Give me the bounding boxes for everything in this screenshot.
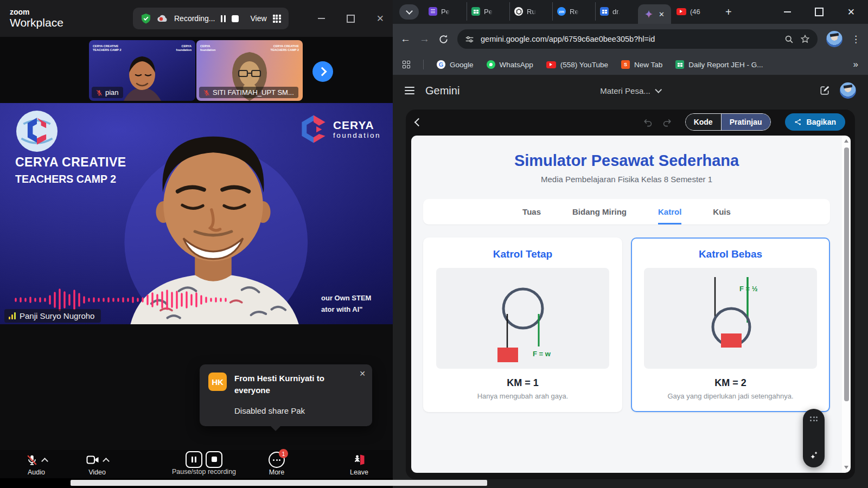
bookmark-google[interactable]: G Google [437, 60, 474, 69]
redo-icon[interactable] [662, 117, 672, 127]
browser-tab-youtube[interactable]: (46 [671, 2, 718, 21]
back-button[interactable]: ← [400, 33, 411, 45]
pause-recording-button[interactable] [186, 451, 202, 468]
taskbar-peek-strip[interactable] [71, 480, 487, 486]
audio-control[interactable]: Audio [13, 453, 60, 476]
zoom-favicon: zm [557, 7, 566, 16]
share-button[interactable]: Bagikan [785, 113, 845, 131]
card-katrol-tetap[interactable]: Katrol Tetap F = w KM = 1 [423, 237, 622, 412]
close-tab-icon[interactable]: ✕ [659, 10, 665, 18]
main-speaker-video[interactable]: CERYA CREATIVE TEACHERS CAMP 2 CERYA fou… [0, 103, 393, 324]
chat-notification[interactable]: ✕ HK From Hesti Kurniyati to everyone Di… [200, 364, 372, 426]
sheets-icon [675, 60, 684, 69]
next-participants-button[interactable] [312, 61, 333, 82]
notification-title: From Hesti Kurniyati to everyone [234, 373, 343, 396]
scroll-down-arrow[interactable] [844, 466, 848, 469]
browser-tab[interactable]: Pe [467, 2, 510, 21]
scroll-up-arrow[interactable] [844, 139, 848, 143]
workplace-logo-text: Workplace [10, 16, 63, 29]
browser-tab[interactable]: zm Re [553, 2, 596, 21]
foundation-sub: foundation [333, 131, 381, 139]
recording-control[interactable]: Pause/stop recording [158, 452, 250, 476]
bookmarks-overflow-icon[interactable]: » [853, 59, 858, 70]
bookmark-whatsapp[interactable]: WhatsApp [487, 60, 533, 69]
menu-hamburger-icon[interactable] [405, 87, 414, 94]
gemini-floating-button[interactable] [803, 409, 825, 467]
event-title: CERYA CREATIVE TEACHERS CAMP 2 [15, 155, 126, 185]
zoom-control-bar: Audio Video Pause/stop recording 1 More [0, 450, 393, 478]
event-title-line1: CERYA CREATIVE [15, 155, 126, 170]
active-tab-gemini[interactable]: ✕ [638, 4, 671, 24]
share-icon [794, 118, 802, 126]
bookmark-newtab[interactable]: S New Tab [621, 60, 662, 69]
address-bar[interactable]: gemini.google.com/app/6759c6ae0bee305b?h… [457, 29, 818, 49]
new-chat-icon[interactable] [819, 85, 830, 96]
security-shield-icon [141, 13, 151, 24]
reload-button[interactable] [438, 34, 449, 44]
participant-video-pian[interactable]: CERYA CREATIVE TEACHERS CAMP 2 CERYA fou… [89, 40, 195, 101]
apps-grid-icon[interactable] [403, 61, 410, 68]
youtube-favicon [676, 8, 686, 15]
leave-control[interactable]: Leave [343, 453, 375, 476]
undo-icon[interactable] [643, 117, 653, 127]
video-options-chevron[interactable] [103, 458, 110, 465]
browser-tab[interactable]: Ru [510, 2, 553, 21]
pause-recording-button[interactable] [221, 15, 226, 22]
view-label[interactable]: View [250, 14, 266, 23]
zoom-logo-text: zoom [10, 8, 63, 16]
site-settings-icon[interactable] [465, 35, 474, 44]
search-icon[interactable] [784, 35, 794, 44]
url-text[interactable]: gemini.google.com/app/6759c6ae0bee305b?h… [481, 35, 778, 43]
bookmark-daily-report[interactable]: Daily Report JEH - G... [675, 60, 763, 69]
cloud-recording-icon [157, 15, 168, 22]
stop-recording-button[interactable] [206, 451, 222, 468]
zoom-close-button[interactable]: ✕ [376, 14, 384, 23]
browser-tab[interactable]: Pe [424, 2, 467, 21]
shopee-icon: S [621, 60, 630, 69]
chrome-minimize-button[interactable] [784, 11, 791, 12]
video-control[interactable]: Video [74, 453, 120, 476]
new-tab-button[interactable]: + [725, 6, 732, 18]
chrome-close-button[interactable]: ✕ [847, 7, 855, 18]
participant-video-siti[interactable]: CERYA foundation CERYA CREATIVE TEACHERS… [196, 40, 303, 101]
bookmark-youtube[interactable]: (558) YouTube [546, 61, 608, 69]
foundation-name: CERYA [333, 119, 381, 131]
tab-tuas[interactable]: Tuas [522, 207, 541, 224]
forward-button[interactable]: → [419, 33, 430, 45]
notification-close-icon[interactable]: ✕ [359, 369, 366, 378]
leave-meeting-icon [353, 453, 366, 466]
browser-menu-icon[interactable]: ⋮ [851, 34, 860, 45]
audio-label: Audio [28, 468, 45, 476]
code-toggle-button[interactable]: Kode [686, 114, 721, 130]
tab-katrol[interactable]: Katrol [658, 207, 681, 224]
zoom-titlebar: zoom Workplace Recording... View ✕ [0, 0, 393, 37]
card-description: Hanya mengubah arah gaya. [477, 392, 569, 400]
canvas-back-button[interactable] [414, 118, 423, 126]
gemini-profile-avatar[interactable] [840, 82, 856, 99]
zoom-maximize-button[interactable] [347, 15, 355, 23]
google-icon: G [437, 60, 445, 69]
event-title-line2: TEACHERS CAMP 2 [15, 173, 126, 185]
foundation-badge: CERYA foundation [200, 44, 215, 53]
scrollbar-thumb[interactable] [844, 147, 849, 401]
bookmark-star-icon[interactable] [800, 34, 810, 44]
audio-options-chevron[interactable] [41, 458, 48, 465]
conversation-title-dropdown[interactable]: Materi Pesa... [600, 86, 661, 95]
drag-handle-dots-icon[interactable] [810, 416, 818, 421]
tab-kuis[interactable]: Kuis [713, 207, 731, 224]
stop-recording-button[interactable] [232, 15, 239, 22]
card-katrol-bebas[interactable]: Katrol Bebas F = ½ KM = 2 [631, 237, 830, 412]
preview-toggle-button[interactable]: Pratinjau [721, 114, 770, 130]
profile-avatar[interactable] [826, 31, 843, 47]
canvas-scrollbar[interactable] [842, 136, 851, 473]
fixed-pulley-diagram: F = w [436, 268, 609, 369]
tab-search-button[interactable] [399, 4, 419, 20]
zoom-minimize-button[interactable] [318, 18, 325, 19]
tab-bidang-miring[interactable]: Bidang Miring [572, 207, 627, 224]
browser-tab[interactable]: dr. [596, 2, 638, 21]
speaking-indicator-icon [9, 312, 16, 319]
more-control[interactable]: 1 More [261, 453, 292, 476]
chrome-maximize-button[interactable] [815, 8, 824, 16]
speaker-name-pill: Panji Suryo Nugroho [4, 309, 101, 323]
view-grid-icon[interactable] [273, 15, 281, 23]
